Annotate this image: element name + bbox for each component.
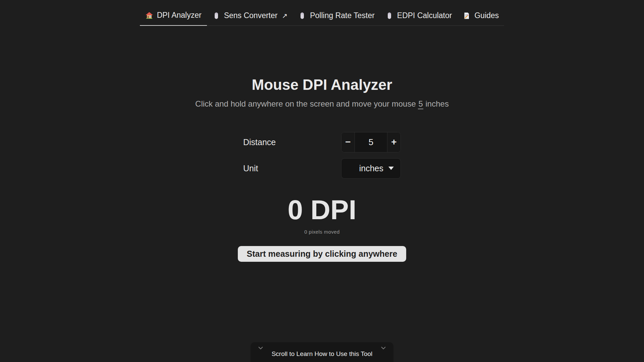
scroll-hint-text: Scroll to Learn How to Use this Tool bbox=[272, 350, 373, 358]
distance-value[interactable]: 5 bbox=[355, 132, 387, 152]
mouse-icon bbox=[212, 12, 220, 20]
tab-dpi-analyzer[interactable]: DPI Analyzer bbox=[140, 9, 207, 26]
instructions-text: Click and hold anywhere on the screen an… bbox=[0, 99, 644, 109]
chevron-down-icon bbox=[257, 344, 265, 353]
settings-form: Distance − 5 + Unit inches bbox=[243, 132, 401, 179]
unit-label: Unit bbox=[243, 164, 258, 173]
pixels-moved-text: 0 pixels moved bbox=[0, 229, 644, 235]
tab-sens-converter[interactable]: Sens Converter ↗ bbox=[207, 9, 293, 26]
chevron-down-icon bbox=[388, 167, 394, 170]
mouse-icon bbox=[385, 12, 393, 20]
tab-label: Sens Converter bbox=[224, 11, 278, 20]
start-measuring-button[interactable]: Start measuring by clicking anywhere bbox=[238, 246, 407, 262]
chevron-down-icon bbox=[379, 344, 387, 353]
instructions-prefix: Click and hold anywhere on the screen an… bbox=[195, 99, 418, 108]
nav-tabs: DPI Analyzer Sens Converter ↗ Polling Ra… bbox=[140, 9, 504, 26]
tab-label: Polling Rate Tester bbox=[310, 11, 375, 20]
distance-row: Distance − 5 + bbox=[243, 132, 401, 153]
increment-button[interactable]: + bbox=[387, 132, 400, 152]
instructions-suffix: inches bbox=[423, 99, 449, 108]
unit-row: Unit inches bbox=[243, 158, 401, 179]
tab-label: Guides bbox=[474, 11, 499, 20]
memo-icon bbox=[463, 12, 471, 20]
distance-label: Distance bbox=[243, 137, 276, 147]
dpi-result: 0 DPI bbox=[0, 196, 644, 224]
instructions-distance-value: 5 bbox=[418, 99, 423, 109]
tab-edpi-calculator[interactable]: EDPI Calculator bbox=[380, 9, 458, 26]
scroll-hint-panel[interactable]: Scroll to Learn How to Use this Tool bbox=[251, 342, 393, 362]
mouse-icon bbox=[298, 12, 306, 20]
tab-guides[interactable]: Guides bbox=[457, 9, 504, 26]
tab-label: DPI Analyzer bbox=[157, 11, 202, 20]
unit-selected-value: inches bbox=[359, 164, 383, 173]
tab-polling-rate-tester[interactable]: Polling Rate Tester bbox=[293, 9, 380, 26]
main-content: Mouse DPI Analyzer Click and hold anywhe… bbox=[0, 76, 644, 262]
distance-stepper: − 5 + bbox=[341, 132, 401, 153]
house-icon bbox=[145, 11, 153, 19]
unit-select[interactable]: inches bbox=[341, 158, 401, 179]
tab-label: EDPI Calculator bbox=[397, 11, 452, 20]
page-title: Mouse DPI Analyzer bbox=[0, 76, 644, 94]
top-navigation: DPI Analyzer Sens Converter ↗ Polling Ra… bbox=[0, 0, 644, 26]
external-link-icon: ↗ bbox=[282, 12, 287, 20]
decrement-button[interactable]: − bbox=[341, 132, 355, 152]
